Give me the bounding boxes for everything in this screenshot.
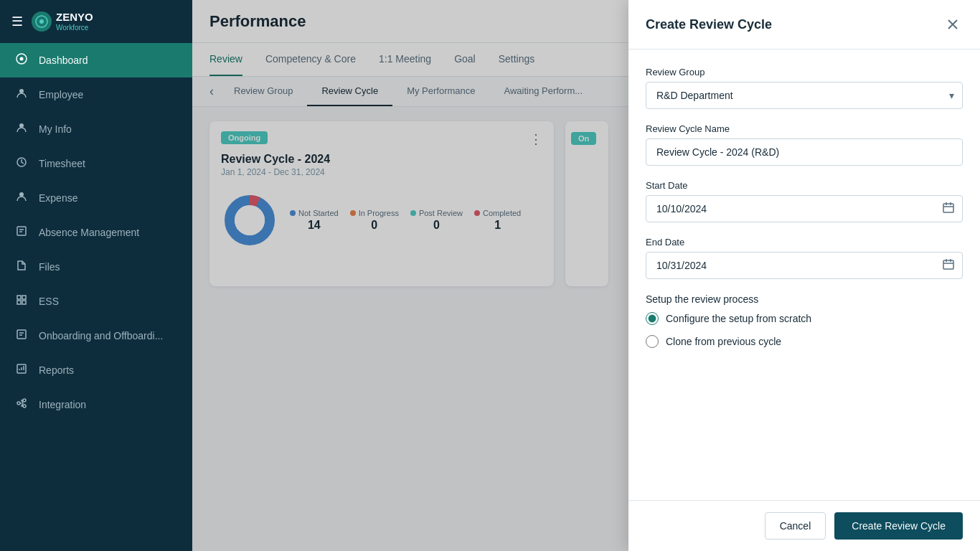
onboarding-icon <box>14 329 29 343</box>
cycle-name-label: Review Cycle Name <box>646 123 963 134</box>
logo-container: ZENYO Workforce <box>32 11 93 32</box>
sidebar-label-onboarding: Onboarding and Offboardi... <box>39 330 163 342</box>
sidebar-item-files[interactable]: Files <box>0 250 192 284</box>
ess-icon <box>14 294 29 309</box>
radio-item-clone[interactable]: Clone from previous cycle <box>646 335 963 348</box>
sidebar-item-ess[interactable]: ESS <box>0 284 192 319</box>
sidebar-label-integration: Integration <box>39 399 86 410</box>
svg-rect-21 <box>943 204 953 212</box>
sidebar-item-integration[interactable]: Integration <box>0 387 192 422</box>
modal-header: Create Review Cycle <box>628 0 980 50</box>
sidebar-label-reports: Reports <box>39 364 74 376</box>
svg-rect-9 <box>17 296 21 299</box>
dashboard-icon <box>14 53 29 67</box>
svg-rect-8 <box>17 227 26 235</box>
sidebar-item-dashboard[interactable]: Dashboard <box>0 43 192 77</box>
sidebar-label-absence: Absence Management <box>39 227 139 238</box>
employee-icon <box>14 88 29 102</box>
logo-icon <box>32 11 52 32</box>
cancel-button[interactable]: Cancel <box>765 512 826 540</box>
sidebar-item-expense[interactable]: Expense <box>0 181 192 215</box>
radio-item-scratch[interactable]: Configure the setup from scratch <box>646 312 963 325</box>
logo-sub: Workforce <box>56 24 93 32</box>
svg-rect-22 <box>943 260 953 269</box>
svg-rect-11 <box>17 301 21 304</box>
sidebar-item-onboarding[interactable]: Onboarding and Offboardi... <box>0 319 192 353</box>
modal-title: Create Review Cycle <box>646 17 772 32</box>
radio-group: Configure the setup from scratch Clone f… <box>646 312 963 348</box>
svg-point-1 <box>39 19 44 24</box>
end-date-calendar-icon[interactable] <box>943 258 954 273</box>
radio-scratch[interactable] <box>646 312 659 325</box>
start-date-label: Start Date <box>646 180 963 191</box>
form-group-start-date: Start Date <box>646 180 963 222</box>
files-icon <box>14 260 29 274</box>
start-date-calendar-icon[interactable] <box>943 202 954 216</box>
end-date-label: End Date <box>646 237 963 248</box>
setup-label: Setup the review process <box>646 293 963 305</box>
svg-point-3 <box>20 57 24 61</box>
sidebar-label-timesheet: Timesheet <box>39 158 85 169</box>
svg-point-7 <box>19 192 24 197</box>
form-group-cycle-name: Review Cycle Name <box>646 123 963 166</box>
sidebar-label-files: Files <box>39 261 60 273</box>
end-date-input[interactable] <box>646 252 963 279</box>
radio-scratch-label: Configure the setup from scratch <box>666 313 811 324</box>
svg-rect-10 <box>22 296 26 299</box>
create-review-cycle-button[interactable]: Create Review Cycle <box>834 512 963 540</box>
sidebar-item-absence[interactable]: Absence Management <box>0 215 192 250</box>
radio-clone-label: Clone from previous cycle <box>666 336 781 347</box>
myinfo-icon <box>14 122 29 136</box>
svg-point-5 <box>19 123 24 128</box>
sidebar-header: ☰ ZENYO Workforce <box>0 0 192 43</box>
timesheet-icon <box>14 156 29 171</box>
sidebar: ☰ ZENYO Workforce Dashboard Employee <box>0 0 192 551</box>
reports-icon <box>14 363 29 377</box>
hamburger-icon[interactable]: ☰ <box>11 14 23 29</box>
svg-point-4 <box>19 89 24 93</box>
sidebar-label-expense: Expense <box>39 192 77 204</box>
absence-icon <box>14 225 29 240</box>
form-group-review-group: Review Group R&D Department Engineering … <box>646 67 963 109</box>
expense-icon <box>14 191 29 205</box>
sidebar-item-myinfo[interactable]: My Info <box>0 112 192 146</box>
sidebar-item-employee[interactable]: Employee <box>0 77 192 112</box>
form-group-setup: Setup the review process Configure the s… <box>646 293 963 348</box>
sidebar-label-ess: ESS <box>39 296 59 307</box>
svg-rect-12 <box>22 301 26 304</box>
modal-body: Review Group R&D Department Engineering … <box>628 50 980 500</box>
sidebar-label-employee: Employee <box>39 89 83 100</box>
integration-icon <box>14 397 29 412</box>
review-group-label: Review Group <box>646 67 963 77</box>
start-date-wrapper <box>646 195 963 222</box>
cycle-name-input[interactable] <box>646 138 963 166</box>
svg-rect-13 <box>17 330 26 339</box>
modal-close-button[interactable] <box>943 14 963 34</box>
modal-footer: Cancel Create Review Cycle <box>628 500 980 551</box>
sidebar-label-dashboard: Dashboard <box>39 55 88 66</box>
svg-point-16 <box>23 399 26 402</box>
logo-text: ZENYO <box>56 11 93 24</box>
review-group-select-wrapper: R&D Department Engineering HR Sales <box>646 82 963 109</box>
sidebar-label-myinfo: My Info <box>39 123 72 135</box>
sidebar-item-reports[interactable]: Reports <box>0 353 192 387</box>
form-group-end-date: End Date <box>646 237 963 279</box>
radio-clone[interactable] <box>646 335 659 348</box>
sidebar-item-timesheet[interactable]: Timesheet <box>0 146 192 181</box>
end-date-wrapper <box>646 252 963 279</box>
review-group-select[interactable]: R&D Department Engineering HR Sales <box>646 82 963 109</box>
start-date-input[interactable] <box>646 195 963 222</box>
modal-drawer: Create Review Cycle Review Group R&D Dep… <box>628 0 980 551</box>
svg-point-15 <box>17 402 20 405</box>
svg-point-17 <box>23 405 26 408</box>
